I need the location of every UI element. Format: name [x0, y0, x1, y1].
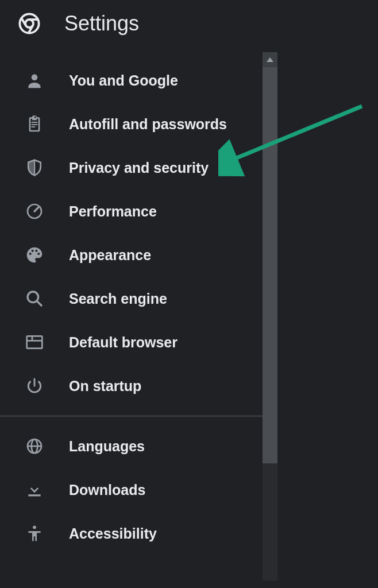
sidebar-item-you-and-google[interactable]: You and Google — [0, 59, 273, 102]
globe-icon — [25, 437, 44, 455]
sidebar-item-label: On startup — [69, 378, 141, 394]
palette-icon — [25, 246, 44, 264]
sidebar-item-search-engine[interactable]: Search engine — [0, 277, 273, 320]
settings-sidebar: You and Google Autofill and passwords Pr… — [0, 47, 273, 567]
clipboard-icon — [25, 115, 44, 133]
sidebar-item-label: Autofill and passwords — [69, 116, 227, 133]
page-title: Settings — [64, 11, 139, 36]
svg-rect-5 — [32, 126, 36, 127]
speedometer-icon — [25, 202, 44, 220]
sidebar-item-label: Performance — [69, 203, 157, 220]
sidebar-item-label: Appearance — [69, 247, 151, 264]
sidebar-item-on-startup[interactable]: On startup — [0, 364, 273, 408]
svg-point-14 — [33, 525, 36, 529]
sidebar-item-label: Accessibility — [69, 525, 157, 542]
sidebar-item-privacy-security[interactable]: Privacy and security — [0, 146, 273, 189]
svg-rect-8 — [27, 336, 43, 348]
settings-header: Settings — [0, 0, 378, 47]
sidebar-item-appearance[interactable]: Appearance — [0, 233, 273, 277]
sidebar-item-accessibility[interactable]: Accessibility — [0, 512, 273, 555]
sidebar-item-label: Languages — [69, 438, 145, 455]
sidebar-item-default-browser[interactable]: Default browser — [0, 320, 273, 364]
sidebar-item-label: You and Google — [69, 72, 178, 89]
svg-rect-3 — [32, 122, 38, 123]
accessibility-icon — [25, 524, 44, 543]
download-icon — [25, 481, 44, 499]
sidebar-divider — [0, 416, 273, 416]
sidebar-item-downloads[interactable]: Downloads — [0, 468, 273, 512]
browser-icon — [25, 333, 44, 351]
chrome-icon — [17, 11, 41, 36]
sidebar-item-label: Default browser — [69, 334, 178, 351]
search-icon — [25, 289, 44, 308]
sidebar-item-performance[interactable]: Performance — [0, 189, 273, 233]
sidebar-item-label: Search engine — [69, 291, 167, 307]
person-icon — [25, 71, 44, 90]
shield-icon — [25, 158, 44, 177]
sidebar-item-label: Privacy and security — [69, 160, 209, 176]
svg-rect-4 — [32, 124, 38, 125]
svg-point-2 — [32, 74, 38, 80]
power-icon — [25, 377, 44, 395]
svg-rect-13 — [28, 494, 40, 496]
sidebar-item-languages[interactable]: Languages — [0, 424, 273, 468]
scrollbar-up-arrow[interactable] — [263, 52, 277, 67]
scrollbar-thumb[interactable] — [263, 67, 277, 463]
sidebar-item-autofill[interactable]: Autofill and passwords — [0, 102, 273, 146]
sidebar-item-label: Downloads — [69, 482, 145, 498]
